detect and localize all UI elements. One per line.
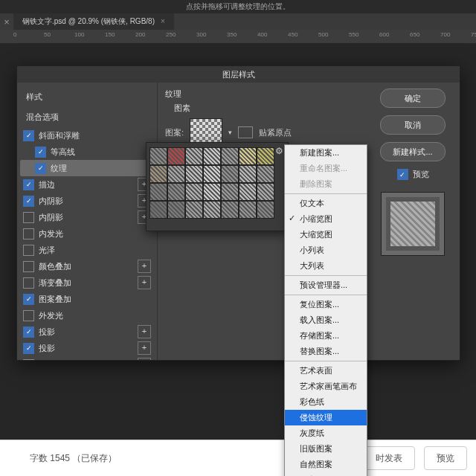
style-row[interactable]: ✓图案叠加 [20,291,154,307]
checkbox-icon[interactable] [23,212,34,223]
close-doc-button[interactable]: × [0,16,13,28]
pattern-swatch-item[interactable] [149,183,167,201]
preview-checkbox[interactable]: ✓ 预览 [397,169,429,180]
checkbox-icon[interactable] [23,245,34,256]
pattern-swatch-item[interactable] [167,147,185,165]
menu-item[interactable]: 仅文本 [285,196,367,211]
style-row[interactable]: ✓纹理 [20,160,154,176]
menu-item[interactable]: 新建图案... [285,145,367,161]
pattern-swatch-item[interactable] [203,201,221,219]
checkbox-icon[interactable]: ✓ [23,130,34,141]
style-row[interactable]: 渐变叠加+ [20,274,154,291]
checkbox-icon[interactable]: ✓ [23,343,34,354]
pattern-swatch-item[interactable] [221,183,239,201]
pattern-swatch-item[interactable] [185,165,203,183]
pattern-swatch-item[interactable] [221,147,239,165]
menu-item[interactable]: 侵蚀纹理 [285,410,367,425]
style-row[interactable]: 内发光 [20,225,154,242]
pattern-swatch-item[interactable] [149,201,167,219]
menu-item[interactable]: 复位图案... [285,297,367,312]
ok-button[interactable]: 确定 [380,89,446,108]
menu-item[interactable]: 图案 2 [285,472,367,476]
menu-item[interactable]: ✓小缩览图 [285,211,367,227]
pattern-swatch-item[interactable] [239,147,257,165]
menu-item[interactable]: 存储图案... [285,328,367,344]
pattern-swatch-item[interactable] [221,201,239,219]
style-row[interactable]: 投影+ [20,356,154,360]
checkbox-icon[interactable]: ✓ [35,163,46,174]
style-row[interactable]: 颜色叠加+ [20,258,154,274]
pattern-swatch-item[interactable] [239,183,257,201]
menu-item[interactable]: 艺术家画笔画布 [285,379,367,394]
menu-item[interactable]: 艺术表面 [285,363,367,379]
menu-item[interactable]: 灰度纸 [285,425,367,441]
checkbox-icon[interactable]: ✓ [23,294,34,305]
style-row[interactable]: ✓投影+ [20,324,154,340]
styles-header[interactable]: 样式 [20,87,154,107]
checkbox-icon[interactable] [23,228,34,239]
style-row[interactable]: ✓内阴影+ [20,193,154,209]
pattern-swatch-item[interactable] [257,147,274,165]
close-icon[interactable]: × [161,13,165,30]
style-row[interactable]: 外发光 [20,307,154,324]
menu-item[interactable]: 彩色纸 [285,394,367,410]
checkbox-icon[interactable] [23,277,34,289]
pattern-swatch-item[interactable] [257,165,274,183]
pattern-swatch-item[interactable] [203,147,221,165]
pattern-swatch-item[interactable] [257,201,274,219]
pattern-swatch-item[interactable] [257,183,274,201]
checkbox-icon[interactable]: ✓ [23,179,34,190]
menu-item[interactable]: 小列表 [285,242,367,258]
add-effect-icon[interactable]: + [138,276,151,289]
menu-item[interactable]: 大缩览图 [285,227,367,242]
checkbox-icon[interactable] [23,359,34,361]
pattern-swatch-item[interactable] [239,165,257,183]
pattern-swatch-item[interactable] [185,183,203,201]
menu-item[interactable]: 预设管理器... [285,277,367,293]
pattern-swatch-item[interactable] [203,183,221,201]
style-row-label: 投影 [39,359,138,361]
menu-item-label: 重命名图案... [300,164,347,173]
checkbox-icon[interactable] [23,261,34,272]
gear-icon[interactable]: ⚙ [275,146,283,156]
style-row[interactable]: 光泽 [20,242,154,258]
add-effect-icon[interactable]: + [138,341,151,355]
snap-origin-button[interactable]: 贴紧原点 [259,127,292,138]
checkbox-icon[interactable]: ✓ [35,147,46,158]
style-row[interactable]: ✓投影+ [20,340,154,356]
document-tab[interactable]: 钢铁文字.psd @ 20.9% (钢铁侠, RGB/8) × [13,13,174,30]
chevron-down-icon[interactable]: ▾ [228,129,232,136]
menu-item[interactable]: 自然图案 [285,457,367,472]
checkbox-icon[interactable]: ✓ [23,196,34,207]
preview-button[interactable]: 预览 [424,446,467,470]
checkbox-icon[interactable]: ✓ [23,327,34,338]
pattern-swatch-item[interactable] [185,147,203,165]
schedule-button[interactable]: 时发表 [363,446,415,470]
add-effect-icon[interactable]: + [138,260,151,273]
menu-item[interactable]: 大列表 [285,258,367,274]
style-row[interactable]: ✓斜面和浮雕 [20,127,154,144]
cancel-button[interactable]: 取消 [380,115,446,135]
menu-item[interactable]: 旧版图案 [285,441,367,457]
add-effect-icon[interactable]: + [138,325,151,338]
blend-options-header[interactable]: 混合选项 [20,107,154,127]
pattern-swatch-item[interactable] [167,165,185,183]
pattern-swatch-item[interactable] [167,183,185,201]
menu-item[interactable]: 替换图案... [285,344,367,359]
pattern-swatch-item[interactable] [239,201,257,219]
pattern-swatch-item[interactable] [149,165,167,183]
checkbox-icon[interactable] [23,310,34,321]
pattern-swatch-item[interactable] [149,147,167,165]
style-row[interactable]: 内阴影+ [20,209,154,225]
pattern-swatch-item[interactable] [203,165,221,183]
pattern-swatch-item[interactable] [185,201,203,219]
pattern-swatch-item[interactable] [167,201,185,219]
menu-item-label: 灰度纸 [300,428,324,437]
new-style-button[interactable]: 新建样式... [380,142,446,161]
style-row[interactable]: ✓等高线 [20,144,154,160]
menu-item[interactable]: 载入图案... [285,312,367,328]
add-effect-icon[interactable]: + [138,358,151,360]
snap-origin-icon[interactable] [238,126,253,138]
style-row[interactable]: ✓描边+ [20,176,154,193]
pattern-swatch-item[interactable] [221,165,239,183]
